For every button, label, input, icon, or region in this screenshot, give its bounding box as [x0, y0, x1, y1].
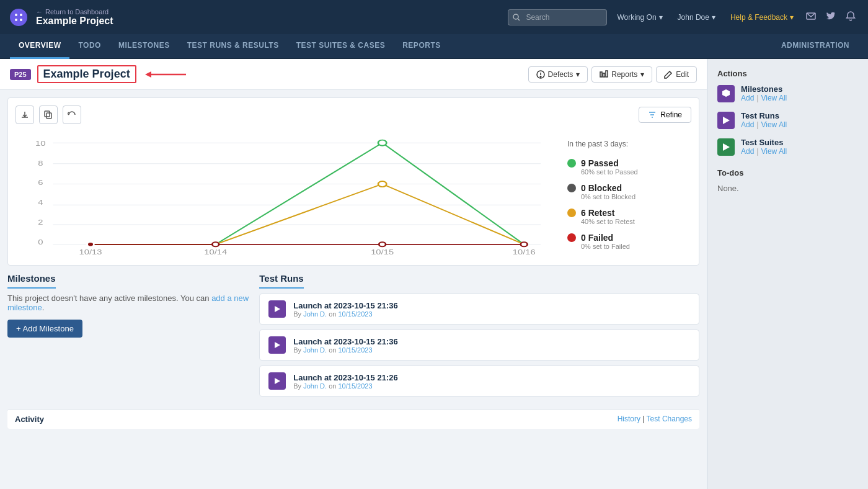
nav-milestones[interactable]: MILESTONES — [110, 34, 179, 59]
test-runs-add-link[interactable]: Add — [741, 120, 754, 129]
milestones-title: Milestones — [7, 273, 56, 289]
download-button[interactable] — [16, 105, 34, 124]
legend-failed-info: 0 Failed 0% set to Failed — [581, 233, 630, 250]
todos-title: To-dos — [717, 168, 858, 177]
run-user-link-0[interactable]: John D. — [303, 310, 327, 318]
svg-rect-15 — [46, 113, 51, 119]
back-arrow-icon: ← — [36, 8, 43, 16]
run-user-link-2[interactable]: John D. — [303, 382, 327, 390]
test-suites-view-all-link[interactable]: View All — [761, 147, 787, 156]
edit-button[interactable]: Edit — [656, 66, 697, 83]
test-suites-action-info: Test Suites Add | View All — [741, 138, 787, 156]
test-suites-action-name: Test Suites — [741, 138, 787, 147]
chevron-down-icon: ▾ — [640, 70, 644, 79]
run-date-link-0[interactable]: 10/15/2023 — [338, 310, 372, 318]
run-user-link-1[interactable]: John D. — [303, 346, 327, 354]
search-input[interactable] — [508, 9, 607, 25]
legend-passed-sub: 60% set to Passed — [581, 168, 638, 176]
legend-passed: 9 Passed 60% set to Passed — [567, 158, 691, 176]
sidebar-actions-section: Actions Milestones Add | View All — [717, 69, 858, 156]
run-info-1: Launch at 2023-10-15 21:36 By John D. on… — [293, 337, 397, 354]
nav-test-runs-results[interactable]: TEST RUNS & RESULTS — [179, 34, 288, 59]
reports-button[interactable]: Reports ▾ — [591, 66, 652, 83]
nav-overview[interactable]: OVERVIEW — [10, 34, 69, 59]
chart-canvas: 10 8 6 4 2 0 10/13 — [16, 132, 557, 258]
svg-point-39 — [378, 181, 386, 187]
history-link[interactable]: History — [618, 415, 640, 423]
test-suites-add-link[interactable]: Add — [741, 147, 754, 156]
defects-button[interactable]: Defects ▾ — [528, 66, 588, 83]
top-navigation: ← Return to Dashboard Example Project Wo… — [0, 0, 868, 34]
project-title: Example Project — [37, 65, 136, 83]
run-info-0: Launch at 2023-10-15 21:36 By John D. on… — [293, 301, 397, 318]
test-runs-action-info: Test Runs Add | View All — [741, 111, 787, 129]
project-title-area: ← Return to Dashboard Example Project — [36, 8, 508, 27]
svg-text:2: 2 — [38, 219, 43, 226]
test-runs-title: Test Runs — [259, 273, 303, 289]
svg-point-43 — [379, 242, 386, 246]
arrow-annotation — [143, 67, 192, 82]
chevron-down-icon: ▾ — [790, 13, 794, 22]
nav-reports[interactable]: REPORTS — [394, 34, 450, 59]
test-run-item: Launch at 2023-10-15 21:36 By John D. on… — [259, 294, 699, 325]
svg-point-3 — [20, 19, 22, 21]
chevron-down-icon: ▾ — [659, 13, 663, 22]
run-icon-0 — [268, 300, 286, 318]
milestones-view-all-link[interactable]: View All — [761, 94, 787, 102]
svg-point-11 — [540, 76, 541, 77]
svg-marker-45 — [275, 306, 280, 312]
reset-button[interactable] — [63, 105, 81, 124]
test-runs-action: Test Runs Add | View All — [717, 111, 858, 129]
mail-icon-button[interactable] — [804, 9, 818, 25]
search-wrapper — [508, 9, 607, 25]
milestones-add-link[interactable]: Add — [741, 94, 754, 102]
activity-title: Activity — [15, 415, 44, 424]
legend-failed-sub: 0% set to Failed — [581, 243, 630, 250]
legend-passed-info: 9 Passed 60% set to Passed — [581, 158, 638, 176]
back-to-dashboard[interactable]: ← Return to Dashboard — [36, 8, 508, 16]
milestones-sidebar-icon — [717, 85, 735, 102]
nav-test-suites-cases[interactable]: TEST SUITES & CASES — [288, 34, 394, 59]
svg-marker-47 — [275, 378, 280, 384]
milestones-section: Milestones This project doesn't have any… — [7, 273, 252, 402]
help-feedback-button[interactable]: Help & Feedback ▾ — [725, 11, 799, 24]
test-changes-link[interactable]: Test Changes — [647, 415, 692, 423]
svg-marker-50 — [723, 143, 730, 151]
run-date-link-2[interactable]: 10/15/2023 — [338, 382, 372, 390]
svg-text:10/13: 10/13 — [79, 249, 102, 256]
refine-label: Refine — [660, 110, 682, 119]
todos-empty: None. — [717, 184, 858, 193]
chart-section: Refine 10 8 6 4 2 0 — [7, 97, 699, 266]
nav-administration[interactable]: ADMINISTRATION — [773, 34, 858, 59]
svg-marker-48 — [722, 89, 730, 97]
svg-rect-14 — [606, 71, 608, 77]
svg-marker-49 — [723, 117, 730, 124]
chart-body: 10 8 6 4 2 0 10/13 — [16, 132, 691, 258]
run-date-link-1[interactable]: 10/15/2023 — [338, 346, 372, 354]
chart-legend: In the past 3 days: 9 Passed 60% set to … — [567, 132, 691, 258]
working-on-button[interactable]: Working On ▾ — [612, 11, 667, 24]
run-title-1: Launch at 2023-10-15 21:36 — [293, 337, 397, 346]
chevron-down-icon: ▾ — [712, 13, 715, 22]
blocked-dot — [567, 184, 576, 192]
lower-content: Milestones This project doesn't have any… — [0, 273, 707, 409]
add-milestone-button[interactable]: + Add Milestone — [7, 320, 82, 338]
nav-todo[interactable]: TODO — [69, 34, 109, 59]
user-menu-button[interactable]: John Doe ▾ — [673, 11, 720, 24]
run-title-2: Launch at 2023-10-15 21:26 — [293, 373, 397, 382]
top-nav-right-area: Working On ▾ John Doe ▾ Help & Feedback … — [508, 9, 858, 25]
notifications-icon-button[interactable] — [843, 9, 858, 25]
copy-button[interactable] — [39, 105, 58, 124]
project-header-actions: Defects ▾ Reports ▾ Edit — [528, 66, 697, 83]
run-sub-1: By John D. on 10/15/2023 — [293, 346, 397, 354]
test-runs-view-all-link[interactable]: View All — [761, 120, 787, 129]
test-suites-sidebar-icon — [717, 138, 735, 156]
svg-point-2 — [15, 19, 17, 21]
twitter-icon-button[interactable] — [823, 9, 838, 25]
legend-retest-title: 6 Retest — [581, 208, 635, 218]
top-project-name: Example Project — [36, 16, 508, 27]
actions-title: Actions — [717, 69, 858, 78]
refine-button[interactable]: Refine — [639, 107, 691, 123]
content-area: P25 Example Project Defects ▾ Reports ▾ — [0, 59, 707, 489]
line-chart: 10 8 6 4 2 0 10/13 — [16, 132, 557, 256]
